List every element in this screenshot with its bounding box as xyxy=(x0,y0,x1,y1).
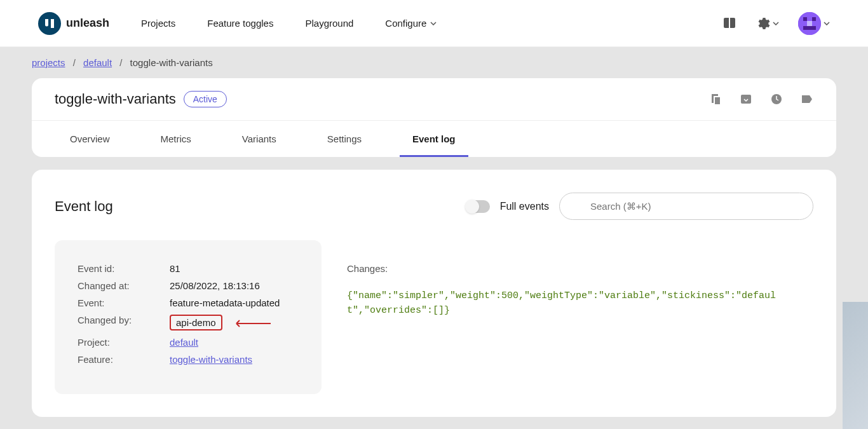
feature-actions xyxy=(709,93,813,106)
changes-label: Changes: xyxy=(347,263,788,274)
feature-label: Feature: xyxy=(78,354,170,365)
nav-configure[interactable]: Configure xyxy=(385,18,437,29)
feature-header: toggle-with-variants Active xyxy=(32,78,836,120)
svg-rect-4 xyxy=(803,26,816,30)
svg-rect-1 xyxy=(803,17,807,21)
svg-rect-5 xyxy=(741,95,751,104)
feature-card: toggle-with-variants Active Overview xyxy=(32,78,836,157)
event-type-label: Event: xyxy=(78,297,170,308)
event-type-value: feature-metadata-updated xyxy=(170,297,280,308)
main-nav: Projects Feature toggles Playground Conf… xyxy=(141,18,723,29)
eventlog-header: Event log Full events xyxy=(55,193,813,220)
nav-feature-toggles[interactable]: Feature toggles xyxy=(207,18,273,29)
changes-json: {"name":"simpler","weight":500,"weightTy… xyxy=(347,289,788,318)
search-input[interactable] xyxy=(559,193,813,220)
changed-at-value: 25/08/2022, 18:13:16 xyxy=(170,280,260,291)
nav-projects[interactable]: Projects xyxy=(141,18,175,29)
breadcrumb-projects[interactable]: projects xyxy=(32,57,65,68)
gear-icon xyxy=(756,17,770,31)
clock-icon[interactable] xyxy=(770,93,783,106)
chevron-down-icon xyxy=(773,22,779,25)
feature-link[interactable]: toggle-with-variants xyxy=(170,354,252,365)
topbar: unleash Projects Feature toggles Playgro… xyxy=(0,0,868,47)
logo[interactable]: unleash xyxy=(38,12,109,35)
chevron-down-icon xyxy=(824,22,830,25)
changed-by-label: Changed by: xyxy=(78,315,170,330)
breadcrumb-default[interactable]: default xyxy=(83,57,112,68)
avatar xyxy=(798,12,821,35)
event-row: Event id: 81 Changed at: 25/08/2022, 18:… xyxy=(55,240,813,394)
chevron-down-icon xyxy=(430,22,437,25)
status-badge: Active xyxy=(184,91,227,107)
event-meta: Event id: 81 Changed at: 25/08/2022, 18:… xyxy=(55,240,322,394)
tag-icon[interactable] xyxy=(801,93,813,106)
tab-overview[interactable]: Overview xyxy=(44,121,135,157)
changed-at-label: Changed at: xyxy=(78,280,170,291)
archive-icon[interactable] xyxy=(740,93,752,106)
eventlog-card: Event log Full events Event id: 81 Chang… xyxy=(32,170,836,417)
svg-rect-3 xyxy=(807,21,812,26)
project-label: Project: xyxy=(78,337,170,348)
full-events-label: Full events xyxy=(500,201,549,212)
nav-playground[interactable]: Playground xyxy=(305,18,353,29)
breadcrumb-current: toggle-with-variants xyxy=(130,57,213,68)
changed-by-value: api-demo xyxy=(170,315,222,330)
svg-rect-2 xyxy=(812,17,816,21)
full-events-toggle[interactable] xyxy=(466,200,490,213)
event-id-value: 81 xyxy=(170,263,180,274)
tab-variants[interactable]: Variants xyxy=(217,121,302,157)
brand-name: unleash xyxy=(66,17,109,30)
event-id-label: Event id: xyxy=(78,263,170,274)
topbar-actions xyxy=(723,12,830,35)
feature-tabs: Overview Metrics Variants Settings Event… xyxy=(32,120,836,157)
feature-title: toggle-with-variants xyxy=(55,91,176,107)
tab-metrics[interactable]: Metrics xyxy=(135,121,217,157)
main-content: toggle-with-variants Active Overview xyxy=(0,78,868,429)
tab-settings[interactable]: Settings xyxy=(302,121,387,157)
docs-icon[interactable] xyxy=(723,18,737,29)
breadcrumb: projects / default / toggle-with-variant… xyxy=(0,47,868,78)
event-changes: Changes: {"name":"simpler","weight":500,… xyxy=(322,240,813,394)
copy-icon[interactable] xyxy=(709,93,722,106)
arrow-annotation xyxy=(233,318,271,329)
user-menu[interactable] xyxy=(798,12,830,35)
settings-menu[interactable] xyxy=(756,17,779,31)
logo-icon xyxy=(38,12,61,35)
section-title: Event log xyxy=(55,198,113,215)
project-link[interactable]: default xyxy=(170,337,198,348)
tab-event-log[interactable]: Event log xyxy=(387,121,481,157)
